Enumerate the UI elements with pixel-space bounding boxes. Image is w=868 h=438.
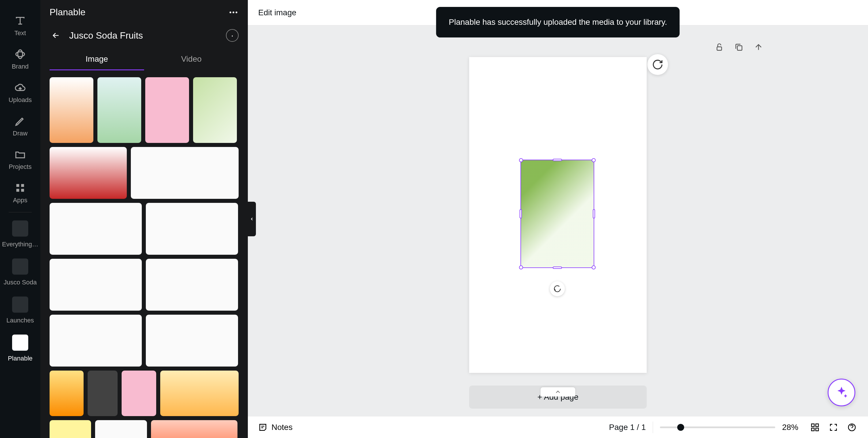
media-thumb[interactable] bbox=[95, 420, 147, 438]
notes-label: Notes bbox=[272, 423, 292, 432]
collapse-panel-button[interactable] bbox=[248, 202, 256, 236]
selected-image bbox=[521, 160, 594, 268]
lock-icon[interactable] bbox=[714, 41, 725, 53]
nav-apps[interactable]: Apps bbox=[0, 176, 40, 209]
resize-handle-bl[interactable] bbox=[519, 265, 523, 270]
text-icon bbox=[13, 14, 27, 28]
media-tabs: Image Video bbox=[40, 44, 248, 70]
resize-handle-b[interactable] bbox=[553, 267, 562, 269]
nav-workspace-planable[interactable]: Planable bbox=[0, 330, 40, 367]
nav-workspace-everything[interactable]: Everything… bbox=[0, 215, 40, 253]
svg-rect-14 bbox=[816, 428, 818, 431]
workspace-thumb-icon bbox=[12, 258, 28, 275]
notes-button[interactable]: Notes bbox=[258, 423, 292, 432]
media-thumb[interactable] bbox=[146, 203, 238, 255]
page-total: 1 bbox=[641, 423, 646, 432]
selection-box[interactable] bbox=[521, 160, 594, 268]
rotate-handle[interactable] bbox=[550, 281, 565, 296]
svg-rect-5 bbox=[21, 189, 24, 192]
media-panel: Planable Jusco Soda Fruits Image Video bbox=[40, 0, 248, 438]
magic-button[interactable] bbox=[828, 379, 855, 406]
media-thumb[interactable] bbox=[50, 371, 84, 416]
svg-point-1 bbox=[18, 50, 23, 59]
zoom-slider[interactable] bbox=[660, 427, 775, 428]
zoom-thumb[interactable] bbox=[677, 424, 684, 431]
svg-point-6 bbox=[230, 11, 231, 13]
media-thumb[interactable] bbox=[122, 371, 156, 416]
nav-projects[interactable]: Projects bbox=[0, 142, 40, 176]
divider bbox=[653, 421, 653, 433]
media-thumb[interactable] bbox=[193, 77, 237, 143]
grid-icon bbox=[13, 181, 27, 195]
media-grid bbox=[40, 70, 248, 438]
media-thumb[interactable] bbox=[50, 259, 142, 311]
canvas-viewport[interactable]: + Add page bbox=[248, 25, 868, 416]
media-thumb[interactable] bbox=[88, 371, 118, 416]
more-icon[interactable] bbox=[228, 7, 239, 18]
svg-rect-3 bbox=[21, 184, 24, 187]
svg-point-0 bbox=[16, 52, 25, 57]
svg-rect-11 bbox=[811, 424, 814, 427]
zoom-value[interactable]: 28% bbox=[782, 423, 802, 432]
tab-image[interactable]: Image bbox=[50, 49, 144, 70]
nav-text[interactable]: Text bbox=[0, 9, 40, 42]
workspace-thumb-icon bbox=[12, 220, 28, 237]
media-thumb[interactable] bbox=[145, 77, 189, 143]
canvas-page[interactable] bbox=[469, 57, 647, 373]
nav-label: Draw bbox=[13, 130, 27, 137]
workspace-thumb-icon bbox=[12, 335, 28, 351]
refresh-button[interactable] bbox=[647, 54, 668, 75]
expand-pages-button[interactable] bbox=[540, 387, 575, 397]
resize-handle-r[interactable] bbox=[593, 209, 595, 218]
media-thumb[interactable] bbox=[50, 77, 93, 143]
resize-handle-tr[interactable] bbox=[592, 158, 596, 162]
nav-draw[interactable]: Draw bbox=[0, 109, 40, 142]
media-thumb[interactable] bbox=[131, 147, 239, 199]
folder-icon bbox=[13, 148, 27, 161]
resize-handle-t[interactable] bbox=[553, 159, 562, 161]
svg-rect-13 bbox=[811, 428, 814, 431]
media-thumb[interactable] bbox=[151, 420, 238, 438]
edit-image-button[interactable]: Edit image bbox=[258, 8, 296, 17]
nav-label: Jusco Soda bbox=[4, 279, 37, 286]
resize-handle-l[interactable] bbox=[520, 209, 522, 218]
workspace-thumb-icon bbox=[12, 296, 28, 313]
svg-rect-10 bbox=[738, 46, 742, 51]
media-thumb[interactable] bbox=[97, 77, 141, 143]
media-thumb[interactable] bbox=[146, 259, 238, 311]
media-thumb[interactable] bbox=[146, 315, 238, 367]
duplicate-icon[interactable] bbox=[733, 41, 745, 53]
toast-message: Planable has successfully uploaded the m… bbox=[449, 18, 667, 27]
tab-label: Image bbox=[86, 55, 108, 63]
expand-icon[interactable] bbox=[753, 41, 764, 53]
nav-brand[interactable]: Brand bbox=[0, 42, 40, 75]
fullscreen-icon[interactable] bbox=[828, 421, 839, 433]
media-thumb[interactable] bbox=[50, 420, 91, 438]
folder-title: Jusco Soda Fruits bbox=[69, 30, 143, 41]
back-button[interactable] bbox=[50, 29, 62, 42]
media-thumb[interactable] bbox=[50, 203, 142, 255]
page-indicator[interactable]: Page 1 / 1 bbox=[609, 423, 646, 432]
grid-view-icon[interactable] bbox=[809, 421, 821, 433]
resize-handle-br[interactable] bbox=[592, 265, 596, 270]
panel-subheader: Jusco Soda Fruits bbox=[40, 25, 248, 44]
svg-point-7 bbox=[232, 11, 234, 13]
page-prefix: Page bbox=[609, 423, 630, 432]
nav-workspace-jusco[interactable]: Jusco Soda bbox=[0, 253, 40, 291]
brand-icon bbox=[13, 47, 27, 61]
page-sep: / bbox=[634, 423, 641, 432]
help-icon[interactable] bbox=[846, 421, 858, 433]
page-current: 1 bbox=[630, 423, 635, 432]
tab-video[interactable]: Video bbox=[144, 49, 239, 70]
media-thumb[interactable] bbox=[160, 371, 239, 416]
svg-rect-2 bbox=[17, 184, 19, 187]
upload-toast: Planable has successfully uploaded the m… bbox=[436, 7, 680, 37]
resize-handle-tl[interactable] bbox=[519, 158, 523, 162]
info-button[interactable] bbox=[226, 29, 239, 42]
media-thumb[interactable] bbox=[50, 147, 127, 199]
nav-label: Planable bbox=[8, 355, 33, 362]
nav-uploads[interactable]: Uploads bbox=[0, 75, 40, 109]
nav-workspace-launches[interactable]: Launches bbox=[0, 291, 40, 330]
media-thumb[interactable] bbox=[50, 315, 142, 367]
pencil-icon bbox=[13, 114, 27, 128]
